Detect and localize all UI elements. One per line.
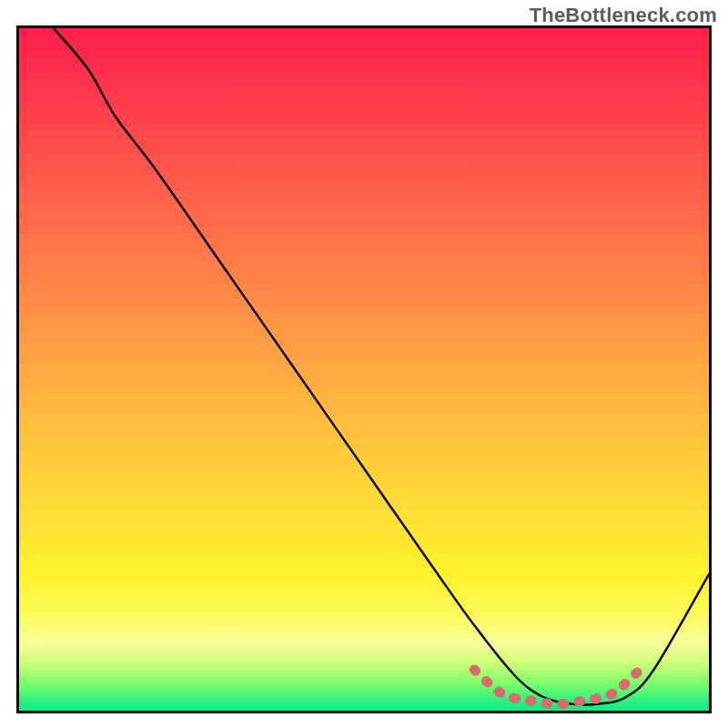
chart-plot-area xyxy=(16,25,712,713)
watermark-text: TheBottleneck.com xyxy=(530,4,717,27)
chart-svg xyxy=(19,28,709,711)
marker-dotted-path xyxy=(474,670,640,704)
main-curve-path xyxy=(54,28,709,704)
